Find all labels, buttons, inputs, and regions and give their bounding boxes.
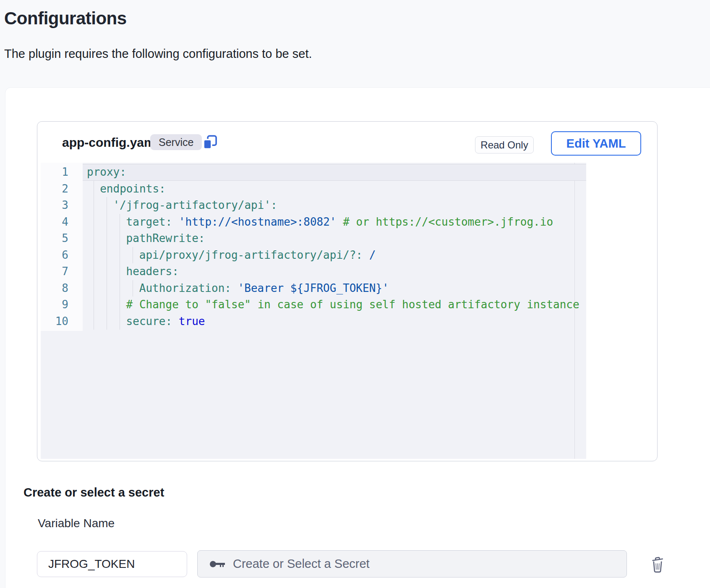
page-title: Configurations (4, 8, 127, 29)
indent-guide (107, 214, 107, 231)
page-subtitle: The plugin requires the following config… (4, 47, 312, 61)
read-only-button[interactable]: Read Only (475, 136, 534, 154)
indent-guide (120, 297, 120, 313)
code-rows: proxy:endpoints:'/jfrog-artifactory/api'… (83, 164, 586, 330)
edit-yaml-button[interactable]: Edit YAML (551, 131, 641, 156)
trash-icon (650, 568, 666, 575)
indent-guide (133, 247, 133, 264)
indent-guide (107, 247, 107, 264)
indent-guide (107, 297, 107, 313)
delete-secret-button[interactable] (647, 553, 668, 576)
code-line: endpoints: (83, 181, 586, 198)
indent-guide (94, 230, 94, 247)
line-number: 7 (41, 263, 83, 280)
key-icon (209, 559, 225, 569)
code-line: # Change to "false" in case of using sel… (83, 297, 586, 313)
code-line: headers: (83, 263, 586, 280)
line-number: 2 (41, 181, 83, 198)
indent-guide (94, 214, 94, 231)
indent-guide (107, 263, 107, 280)
indent-guide (94, 297, 94, 313)
indent-guide (94, 263, 94, 280)
code-line: '/jfrog-artifactory/api': (83, 197, 586, 214)
line-number: 6 (41, 247, 83, 264)
indent-guide (120, 313, 120, 330)
secret-select[interactable]: Create or Select a Secret (197, 550, 627, 578)
indent-guide (120, 280, 120, 297)
secret-section-heading: Create or select a secret (23, 486, 164, 500)
indent-guide (94, 197, 94, 214)
code-line: pathRewrite: (83, 230, 586, 247)
code-line: secure: true (83, 313, 586, 330)
line-number: 3 (41, 197, 83, 214)
line-number: 5 (41, 230, 83, 247)
line-number: 9 (41, 297, 83, 313)
secret-select-placeholder: Create or Select a Secret (233, 557, 370, 571)
variable-name-input[interactable] (37, 551, 187, 577)
indent-guide (107, 280, 107, 297)
indent-guide (120, 247, 120, 264)
copy-button[interactable] (202, 135, 219, 151)
indent-guide (94, 181, 94, 198)
code-line: Authorization: 'Bearer ${JFROG_TOKEN}' (83, 280, 586, 297)
variable-name-label: Variable Name (38, 517, 115, 530)
indent-guide (94, 247, 94, 264)
indent-guide (120, 263, 120, 280)
line-number: 1 (41, 164, 83, 181)
indent-guide (94, 313, 94, 330)
indent-guide (94, 280, 94, 297)
indent-guide (133, 280, 133, 297)
indent-guide (120, 230, 120, 247)
config-card: app-config.yaml Service Read Only Edit Y… (37, 121, 658, 461)
indent-guide (120, 214, 120, 231)
yaml-editor[interactable]: 12345678910 proxy:endpoints:'/jfrog-arti… (41, 163, 586, 459)
copy-icon (202, 146, 219, 153)
gutter-numbers: 12345678910 (41, 164, 83, 330)
code-line: target: 'http://<hostname>:8082' # or ht… (83, 214, 586, 231)
code-line: api/proxy/jfrog-artifactory/api/?: / (83, 247, 586, 264)
line-number: 4 (41, 214, 83, 231)
indent-guide (107, 313, 107, 330)
line-number: 10 (41, 313, 83, 330)
indent-guide (107, 197, 107, 214)
indent-guide (107, 230, 107, 247)
code-line: proxy: (83, 164, 586, 181)
line-number: 8 (41, 280, 83, 297)
service-badge: Service (150, 134, 202, 150)
config-filename: app-config.yaml (62, 134, 159, 151)
